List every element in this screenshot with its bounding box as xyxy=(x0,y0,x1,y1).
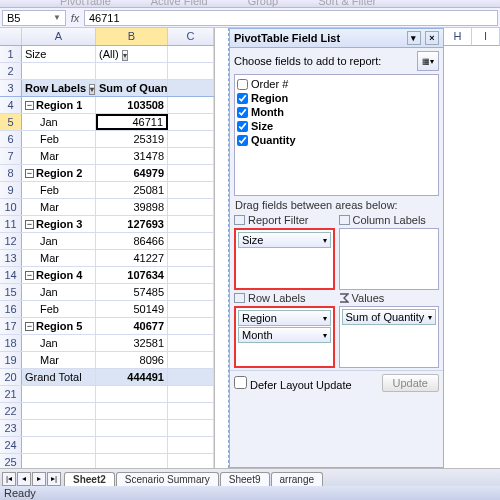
cell[interactable] xyxy=(168,437,214,453)
cell[interactable] xyxy=(168,318,214,334)
cell[interactable]: 103508 xyxy=(96,97,168,113)
cell[interactable] xyxy=(168,267,214,283)
collapse-icon[interactable]: − xyxy=(25,220,34,229)
update-button[interactable]: Update xyxy=(382,374,439,392)
fx-icon[interactable]: fx xyxy=(68,12,82,24)
row-header[interactable]: 6 xyxy=(0,131,22,147)
cell[interactable] xyxy=(168,352,214,368)
column-labels-area[interactable] xyxy=(339,228,440,290)
row-header[interactable]: 16 xyxy=(0,301,22,317)
cell[interactable]: 41227 xyxy=(96,250,168,266)
tab-nav-buttons[interactable]: |◂ ◂ ▸ ▸| xyxy=(0,472,63,486)
cell[interactable] xyxy=(168,403,214,419)
cell[interactable]: 57485 xyxy=(96,284,168,300)
tab-next-icon[interactable]: ▸ xyxy=(32,472,46,486)
col-header-H[interactable]: H xyxy=(444,28,472,46)
row-header[interactable]: 2 xyxy=(0,63,22,79)
row-header[interactable]: 14 xyxy=(0,267,22,283)
cell[interactable]: 31478 xyxy=(96,148,168,164)
cell[interactable] xyxy=(96,63,168,79)
cell[interactable] xyxy=(96,437,168,453)
field-item[interactable]: Order # xyxy=(237,77,436,91)
chevron-down-icon[interactable]: ▾ xyxy=(323,331,327,340)
cell[interactable]: 127693 xyxy=(96,216,168,232)
row-header[interactable]: 20 xyxy=(0,369,22,385)
sheet-tab[interactable]: Sheet9 xyxy=(220,472,270,486)
layout-options-button[interactable]: ▦▾ xyxy=(417,51,439,71)
row-header[interactable]: 23 xyxy=(0,420,22,436)
cell[interactable] xyxy=(168,80,214,96)
cell[interactable]: −Region 4 xyxy=(22,267,96,283)
field-checkbox[interactable] xyxy=(237,135,248,146)
cell[interactable] xyxy=(96,386,168,402)
cell[interactable] xyxy=(168,97,214,113)
cell[interactable] xyxy=(168,63,214,79)
cell[interactable]: 444491 xyxy=(96,369,168,385)
row-header[interactable]: 9 xyxy=(0,182,22,198)
cell[interactable]: Jan xyxy=(22,233,96,249)
row-header[interactable]: 7 xyxy=(0,148,22,164)
cell[interactable] xyxy=(168,454,214,468)
row-header[interactable]: 22 xyxy=(0,403,22,419)
area-pill[interactable]: Sum of Quantity▾ xyxy=(342,309,437,325)
chevron-down-icon[interactable]: ▾ xyxy=(428,313,432,322)
cell[interactable]: 50149 xyxy=(96,301,168,317)
cell[interactable] xyxy=(22,403,96,419)
cell[interactable]: 46711 xyxy=(96,114,168,130)
cell[interactable]: −Region 5 xyxy=(22,318,96,334)
cell[interactable]: Jan xyxy=(22,284,96,300)
row-header[interactable]: 13 xyxy=(0,250,22,266)
select-all-corner[interactable] xyxy=(0,28,22,45)
defer-layout-checkbox[interactable]: Defer Layout Update xyxy=(234,376,352,391)
cell[interactable] xyxy=(96,403,168,419)
cell[interactable] xyxy=(168,233,214,249)
cell[interactable] xyxy=(22,454,96,468)
cell[interactable] xyxy=(168,46,214,62)
cell[interactable]: Mar xyxy=(22,352,96,368)
sheet-tab[interactable]: Sheet2 xyxy=(64,472,115,486)
close-icon[interactable]: × xyxy=(425,31,439,45)
area-pill[interactable]: Size▾ xyxy=(238,232,331,248)
collapse-icon[interactable]: − xyxy=(25,101,34,110)
cell[interactable] xyxy=(22,63,96,79)
cell[interactable]: Mar xyxy=(22,250,96,266)
cell[interactable]: −Region 1 xyxy=(22,97,96,113)
tab-more[interactable]: arrange xyxy=(271,472,323,486)
name-box-dropdown-icon[interactable]: ▼ xyxy=(53,13,61,22)
sheet-tab[interactable]: Scenario Summary xyxy=(116,472,219,486)
tab-last-icon[interactable]: ▸| xyxy=(47,472,61,486)
row-header[interactable]: 12 xyxy=(0,233,22,249)
field-checkbox[interactable] xyxy=(237,121,248,132)
collapse-icon[interactable]: − xyxy=(25,271,34,280)
cell[interactable] xyxy=(22,420,96,436)
cell[interactable]: 40677 xyxy=(96,318,168,334)
row-header[interactable]: 11 xyxy=(0,216,22,232)
cell[interactable]: 25319 xyxy=(96,131,168,147)
cell[interactable] xyxy=(168,148,214,164)
row-header[interactable]: 17 xyxy=(0,318,22,334)
col-header-B[interactable]: B xyxy=(96,28,168,45)
area-pill[interactable]: Month▾ xyxy=(238,327,331,343)
cell[interactable]: Mar xyxy=(22,148,96,164)
cell[interactable] xyxy=(168,386,214,402)
cell[interactable]: Feb xyxy=(22,301,96,317)
cell[interactable] xyxy=(168,301,214,317)
cell[interactable]: 25081 xyxy=(96,182,168,198)
cell[interactable] xyxy=(22,386,96,402)
field-checkbox[interactable] xyxy=(237,93,248,104)
cell[interactable] xyxy=(168,131,214,147)
report-filter-area[interactable]: Size▾ xyxy=(234,228,335,290)
cell[interactable]: 8096 xyxy=(96,352,168,368)
cell[interactable] xyxy=(168,284,214,300)
cell[interactable] xyxy=(168,199,214,215)
collapse-icon[interactable]: − xyxy=(25,322,34,331)
row-labels-area[interactable]: Region▾Month▾ xyxy=(234,306,335,368)
row-header[interactable]: 8 xyxy=(0,165,22,181)
field-checkbox[interactable] xyxy=(237,79,248,90)
field-item[interactable]: Month xyxy=(237,105,436,119)
cell[interactable]: 39898 xyxy=(96,199,168,215)
row-header[interactable]: 5 xyxy=(0,114,22,130)
cell[interactable] xyxy=(22,437,96,453)
cell[interactable]: 86466 xyxy=(96,233,168,249)
cell[interactable]: Feb xyxy=(22,182,96,198)
